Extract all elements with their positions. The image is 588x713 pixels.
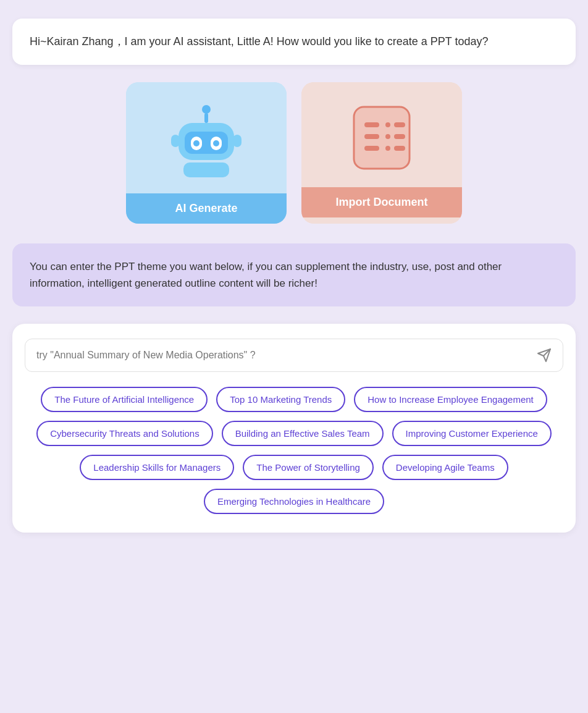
document-icon bbox=[345, 101, 419, 175]
svg-rect-19 bbox=[394, 134, 405, 139]
send-button[interactable] bbox=[537, 348, 552, 363]
card-row: AI Generate Import Document bbox=[12, 82, 576, 224]
tag-item[interactable]: Cybersecurity Threats and Solutions bbox=[36, 421, 213, 446]
svg-rect-1 bbox=[204, 113, 208, 123]
svg-rect-10 bbox=[233, 135, 242, 147]
svg-point-17 bbox=[385, 146, 390, 151]
svg-rect-20 bbox=[394, 146, 405, 151]
info-text: You can enter the PPT theme you want bel… bbox=[30, 258, 558, 292]
svg-rect-13 bbox=[364, 134, 379, 139]
search-input[interactable] bbox=[36, 350, 537, 361]
svg-rect-8 bbox=[183, 162, 229, 177]
tag-item[interactable]: How to Increase Employee Engagement bbox=[354, 387, 547, 412]
greeting-text: Hi~Kairan Zhang，I am your AI assistant, … bbox=[30, 33, 558, 50]
svg-rect-18 bbox=[394, 122, 405, 127]
svg-point-7 bbox=[213, 140, 219, 146]
tags-area: The Future of Artificial IntelligenceTop… bbox=[25, 387, 563, 514]
tag-item[interactable]: The Future of Artificial Intelligence bbox=[41, 387, 208, 412]
import-document-card[interactable]: Import Document bbox=[301, 82, 462, 224]
tag-item[interactable]: Building an Effective Sales Team bbox=[222, 421, 384, 446]
svg-point-6 bbox=[193, 140, 200, 146]
tag-item[interactable]: Emerging Technologies in Healthcare bbox=[204, 489, 384, 514]
svg-rect-14 bbox=[364, 146, 379, 151]
svg-point-0 bbox=[202, 105, 211, 114]
send-icon bbox=[537, 348, 552, 363]
search-container: The Future of Artificial IntelligenceTop… bbox=[12, 324, 576, 533]
tag-item[interactable]: Leadership Skills for Managers bbox=[80, 455, 234, 480]
ai-generate-card[interactable]: AI Generate bbox=[126, 82, 287, 224]
tag-item[interactable]: The Power of Storytelling bbox=[243, 455, 374, 480]
svg-rect-9 bbox=[171, 135, 180, 147]
import-document-icon-area bbox=[301, 82, 462, 187]
tag-item[interactable]: Top 10 Marketing Trends bbox=[216, 387, 345, 412]
search-bar[interactable] bbox=[25, 339, 563, 372]
tag-item[interactable]: Improving Customer Experience bbox=[392, 421, 552, 446]
greeting-bubble: Hi~Kairan Zhang，I am your AI assistant, … bbox=[12, 19, 576, 65]
import-document-label: Import Document bbox=[301, 187, 462, 217]
tag-item[interactable]: Developing Agile Teams bbox=[382, 455, 508, 480]
ai-generate-label: AI Generate bbox=[126, 193, 287, 224]
svg-point-16 bbox=[385, 134, 390, 139]
svg-rect-12 bbox=[364, 122, 379, 127]
robot-icon bbox=[166, 101, 246, 181]
ai-generate-icon-area bbox=[126, 82, 287, 193]
svg-point-15 bbox=[385, 122, 390, 127]
info-bubble: You can enter the PPT theme you want bel… bbox=[12, 243, 576, 306]
